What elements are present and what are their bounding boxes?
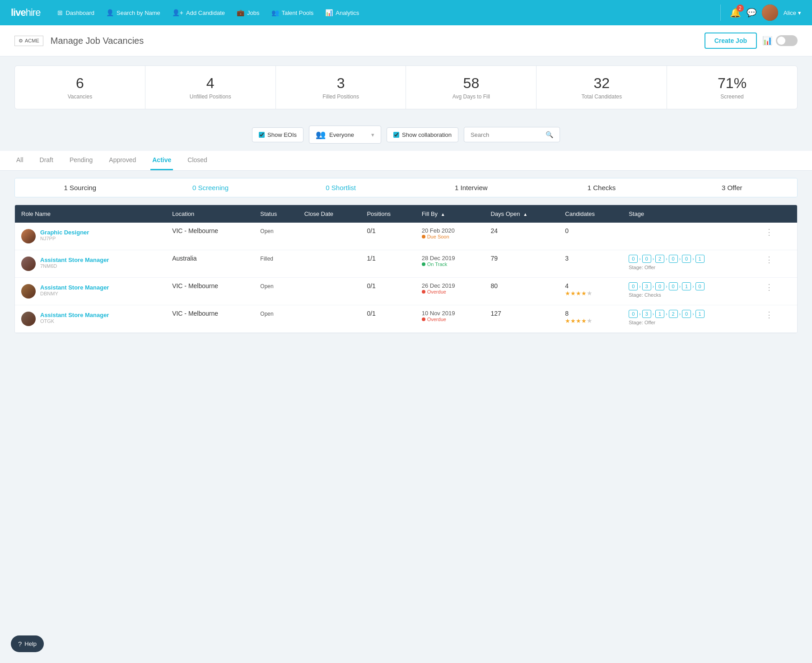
stage-pipeline: 0›0›2›0›0›1: [629, 255, 749, 263]
pipeline-stage-offer[interactable]: 3 Offer: [667, 178, 797, 197]
brand-logo[interactable]: livehire: [11, 7, 40, 19]
nav-add-candidate-label: Add Candidate: [186, 9, 225, 16]
show-eois-checkbox[interactable]: [259, 132, 265, 138]
more-options-button[interactable]: ⋮: [761, 253, 777, 266]
stage-value[interactable]: 0: [629, 310, 638, 318]
pipeline-stage-screening[interactable]: 0 Screening: [145, 178, 276, 197]
table-row: Assistant Store Manager DBNMY VIC - Melb…: [15, 278, 797, 305]
pipeline-stage-sourcing[interactable]: 1 Sourcing: [15, 178, 145, 197]
stage-value[interactable]: 3: [642, 310, 651, 318]
nav-dashboard[interactable]: ⊞ Dashboard: [53, 6, 99, 19]
create-job-button[interactable]: Create Job: [705, 33, 757, 49]
cell-location: VIC - Melbourne: [166, 223, 254, 250]
stage-value[interactable]: 2: [655, 255, 664, 263]
pipeline: 1 Sourcing0 Screening0 Shortlist1 Interv…: [14, 178, 798, 197]
nav-search[interactable]: 👤 Search by Name: [102, 6, 165, 19]
tab-approved[interactable]: Approved: [107, 151, 138, 170]
cell-actions: ⋮: [755, 305, 797, 333]
stage-value[interactable]: 0: [695, 282, 705, 290]
stage-value[interactable]: 0: [669, 255, 678, 263]
stat-number: 3: [283, 75, 399, 92]
notification-bell[interactable]: 🔔 2: [730, 7, 741, 18]
tab-pending[interactable]: Pending: [68, 151, 94, 170]
stat-number: 58: [413, 75, 529, 92]
role-name[interactable]: Graphic Designer: [40, 229, 89, 236]
nav-add-candidate[interactable]: 👤+ Add Candidate: [168, 6, 229, 19]
stage-value[interactable]: 0: [629, 255, 638, 263]
stage-value[interactable]: 0: [655, 282, 664, 290]
toggle-switch[interactable]: [776, 35, 798, 46]
stage-value[interactable]: 0: [682, 310, 691, 318]
search-input[interactable]: [471, 131, 543, 138]
stat-label: Screened: [674, 93, 790, 100]
pipeline-stage-interview[interactable]: 1 Interview: [406, 178, 537, 197]
tab-closed[interactable]: Closed: [186, 151, 209, 170]
stat-item: 58Avg Days to Fill: [406, 66, 537, 109]
stage-value[interactable]: 1: [655, 310, 664, 318]
show-collaboration-checkbox[interactable]: [393, 132, 399, 138]
nav-talent-pools[interactable]: 👥 Talent Pools: [267, 6, 318, 19]
stage-arrow: ›: [666, 257, 667, 261]
role-code: NJ7PP: [40, 236, 89, 241]
show-collaboration-filter[interactable]: Show collaboration: [387, 127, 458, 142]
pipeline-stage-checks[interactable]: 1 Checks: [537, 178, 667, 197]
tab-all[interactable]: All: [14, 151, 25, 170]
nav-jobs[interactable]: 💼 Jobs: [232, 6, 264, 19]
cell-fill-by: 20 Feb 2020 Due Soon: [415, 223, 485, 250]
candidate-avatar: [21, 229, 36, 243]
nav-analytics[interactable]: 📊 Analytics: [321, 6, 364, 19]
fill-by-status: On Track: [422, 261, 478, 267]
brand-live: live: [11, 7, 26, 18]
stage-count: 1 Sourcing: [19, 184, 142, 191]
nav-jobs-label: Jobs: [247, 9, 259, 16]
role-name[interactable]: Assistant Store Manager: [40, 312, 109, 318]
col-candidates: Candidates: [559, 205, 622, 223]
cell-close-date: [298, 250, 361, 278]
gear-icon: ⚙: [19, 38, 23, 44]
stage-value[interactable]: 0: [642, 255, 651, 263]
candidate-avatar: [21, 257, 36, 271]
role-name[interactable]: Assistant Store Manager: [40, 257, 109, 263]
pipeline-stage-shortlist[interactable]: 0 Shortlist: [275, 178, 406, 197]
stat-number: 71%: [674, 75, 790, 92]
stage-arrow: ›: [679, 312, 681, 317]
cell-candidates: 3: [559, 250, 622, 278]
user-menu[interactable]: Alice ▾: [784, 9, 801, 16]
navbar: livehire ⊞ Dashboard 👤 Search by Name 👤+…: [0, 0, 812, 25]
more-options-button[interactable]: ⋮: [761, 226, 777, 238]
stage-count: 0 Screening: [149, 184, 272, 191]
fill-by-status: Overdue: [422, 317, 478, 322]
tab-active[interactable]: Active: [150, 151, 173, 170]
stage-value[interactable]: 0: [669, 282, 678, 290]
cell-role: Assistant Store Manager 7NM6D: [15, 250, 166, 278]
stage-value[interactable]: 2: [669, 310, 678, 318]
col-days_open[interactable]: Days Open ▲: [484, 205, 559, 223]
stage-value[interactable]: 3: [642, 282, 651, 290]
more-options-button[interactable]: ⋮: [761, 308, 777, 321]
cell-status: Open: [254, 223, 298, 250]
stat-item: 4Unfilled Positions: [145, 66, 276, 109]
chat-button[interactable]: 💬: [747, 8, 756, 18]
stage-arrow: ›: [679, 284, 681, 289]
stage-value[interactable]: 1: [695, 310, 705, 318]
star-filled: ★: [576, 290, 581, 297]
stage-value[interactable]: 1: [682, 282, 691, 290]
role-name[interactable]: Assistant Store Manager: [40, 284, 109, 291]
show-eois-filter[interactable]: Show EOIs: [252, 127, 303, 142]
everyone-dropdown[interactable]: 👥 Everyone ▾: [309, 126, 381, 144]
stage-arrow: ›: [639, 312, 640, 317]
col-role_name: Role Name: [15, 205, 166, 223]
stage-value[interactable]: 0: [629, 282, 638, 290]
role-code: DBNMY: [40, 291, 109, 296]
stage-arrow: ›: [653, 284, 654, 289]
user-avatar[interactable]: [762, 5, 778, 21]
tab-draft[interactable]: Draft: [38, 151, 55, 170]
col-fill_by[interactable]: Fill By ▲: [415, 205, 485, 223]
table-header: Role NameLocationStatusClose DatePositio…: [15, 205, 797, 223]
col-stage: Stage: [622, 205, 755, 223]
more-options-button[interactable]: ⋮: [761, 281, 777, 294]
stat-item: 71%Screened: [667, 66, 797, 109]
stage-value[interactable]: 1: [695, 255, 705, 263]
stage-value[interactable]: 0: [682, 255, 691, 263]
stat-label: Unfilled Positions: [153, 93, 268, 100]
